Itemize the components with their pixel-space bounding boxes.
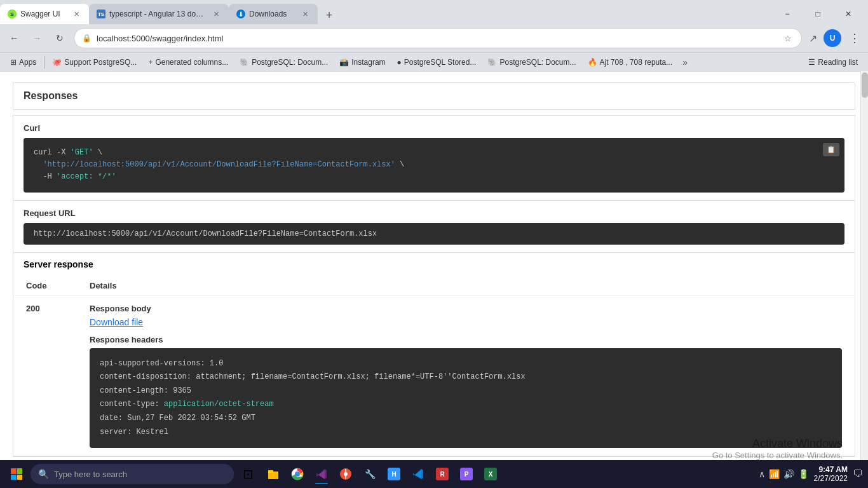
reading-list-icon: ☰ — [808, 58, 815, 67]
response-table-head: Code Details — [13, 276, 855, 296]
taskbar-heidi[interactable]: H — [383, 463, 405, 485]
reading-list-label: Reading list — [818, 58, 858, 67]
notification-icon[interactable]: 🗨 — [853, 468, 863, 480]
downloads-favicon: ⬇ — [236, 10, 245, 18]
typescript-favicon: TS — [97, 10, 105, 18]
header-content-length: content-length: 9365 — [100, 384, 832, 398]
curl-code-line1: curl -X 'GET' \ — [34, 148, 102, 157]
header-date: date: Sun,27 Feb 2022 03:54:52 GMT — [100, 412, 832, 426]
postgresql-stored-icon: ● — [397, 58, 402, 67]
bookmark-star-icon[interactable]: ☆ — [782, 32, 794, 44]
bookmark-generated-columns[interactable]: + Generated columns... — [143, 56, 233, 69]
curl-label: Curl — [24, 123, 844, 133]
win-logo-green — [17, 468, 23, 474]
address-bar: ← → ↻ 🔒 localhost:5000/swagger/index.htm… — [0, 24, 868, 52]
tab-swagger-close[interactable]: ✕ — [71, 9, 81, 19]
scrollbar-thumb[interactable] — [862, 72, 868, 98]
taskbar-excel[interactable]: X — [479, 463, 502, 485]
back-button[interactable]: ← — [5, 29, 23, 47]
taskbar-unknown2[interactable]: R — [431, 463, 454, 485]
close-button[interactable]: ✕ — [834, 4, 863, 24]
server-response-section: Server response Code Details 200 Respons… — [0, 253, 868, 458]
server-response-table: Code Details 200 Response body Download … — [13, 276, 855, 457]
bookmark-postgresql-docum2[interactable]: 🐘 PostgreSQL: Docum... — [482, 56, 581, 69]
server-response-label: Server response — [13, 253, 855, 276]
task-view-button[interactable]: ⊡ — [236, 463, 259, 485]
bookmark-postgresql-stored-label: PostgreSQL Stored... — [404, 58, 477, 67]
svg-text:S: S — [10, 11, 14, 17]
response-headers-label: Response headers — [90, 335, 842, 344]
system-tray: ∧ 📶 🔊 🔋 9:47 AM 2/27/2022 🗨 — [759, 465, 863, 483]
bookmark-instagram[interactable]: 📸 Instagram — [334, 56, 390, 69]
bookmark-apps[interactable]: ⊞ Apps — [5, 56, 41, 69]
svg-rect-3 — [268, 470, 273, 473]
tray-icons: ∧ 📶 🔊 🔋 — [759, 469, 809, 479]
copy-curl-button[interactable]: 📋 — [823, 143, 839, 156]
url-text: localhost:5000/swagger/index.html — [97, 34, 777, 43]
bookmark-postgresql-stored[interactable]: ● PostgreSQL Stored... — [392, 56, 482, 69]
reading-list-button[interactable]: ☰ Reading list — [803, 56, 863, 69]
swagger-page: Responses Curl curl -X 'GET' \ 'http://l… — [0, 72, 868, 460]
clock[interactable]: 9:47 AM 2/27/2022 — [814, 465, 848, 483]
bookmark-postgresql-docum1[interactable]: 🐘 PostgreSQL: Docum... — [234, 56, 333, 69]
response-body-label: Response body — [90, 304, 842, 313]
svg-point-6 — [295, 472, 299, 476]
new-tab-button[interactable]: + — [320, 6, 338, 24]
tab-typescript-label: typescript - Angular 13 downloa... — [109, 10, 207, 18]
taskbar-vscode[interactable] — [407, 463, 430, 485]
bookmark-support-postgresql[interactable]: 🐙 Support PostgreSQ... — [47, 56, 142, 69]
postgresql-docum2-icon: 🐘 — [487, 58, 497, 67]
taskbar-search[interactable]: 🔍 Type here to search — [31, 464, 234, 484]
request-url-label: Request URL — [24, 208, 844, 218]
taskbar-apps: 🔧 H R P X — [262, 463, 502, 485]
bookmark-ajt-label: Ajt 708 , 708 reputa... — [600, 58, 673, 67]
start-button[interactable] — [5, 463, 28, 485]
bookmark-apps-label: Apps — [19, 58, 36, 67]
url-icons: ☆ — [782, 32, 794, 44]
taskbar-visual-studio[interactable] — [310, 463, 333, 485]
header-content-type: content-type: application/octet-stream — [100, 398, 832, 412]
download-file-link[interactable]: Download file — [90, 317, 143, 327]
window-controls: − □ ✕ — [773, 4, 868, 24]
tab-downloads-label: Downloads — [249, 10, 296, 18]
request-url-container: Request URL http://localhost:5000/api/v1… — [13, 201, 855, 253]
tab-swagger[interactable]: S Swagger UI ✕ — [0, 4, 89, 24]
taskbar-unknown1[interactable]: 🔧 — [358, 463, 381, 485]
url-bar[interactable]: 🔒 localhost:5000/swagger/index.html ☆ — [74, 28, 802, 48]
ajt-icon: 🔥 — [588, 58, 597, 67]
tab-typescript[interactable]: TS typescript - Angular 13 downloa... ✕ — [89, 4, 229, 24]
maximize-button[interactable]: □ — [803, 4, 832, 24]
svg-point-8 — [344, 472, 348, 476]
tab-downloads[interactable]: ⬇ Downloads ✕ — [229, 4, 318, 24]
taskbar-unknown3[interactable]: P — [455, 463, 478, 485]
response-headers-block: api-supported-versions: 1.0 content-disp… — [90, 348, 842, 449]
tab-typescript-close[interactable]: ✕ — [211, 9, 221, 19]
minimize-button[interactable]: − — [773, 4, 802, 24]
taskbar-chrome[interactable] — [286, 463, 309, 485]
tray-battery[interactable]: 🔋 — [798, 469, 809, 479]
request-url-value: http://localhost:5000/api/v1/Account/Dow… — [34, 229, 377, 238]
col-details: Details — [77, 276, 855, 296]
taskbar-git[interactable] — [334, 463, 357, 485]
tray-network[interactable]: 📶 — [769, 469, 780, 479]
response-details-200: Response body Download file Response hea… — [77, 295, 855, 456]
refresh-button[interactable]: ↻ — [51, 29, 69, 47]
browser-menu-icon[interactable]: ⋮ — [846, 29, 863, 48]
tray-up-arrow[interactable]: ∧ — [759, 469, 765, 479]
taskbar-file-explorer[interactable] — [262, 463, 285, 485]
bookmark-ajt[interactable]: 🔥 Ajt 708 , 708 reputa... — [583, 56, 678, 69]
col-code: Code — [13, 276, 77, 296]
share-icon[interactable]: ↗ — [807, 32, 818, 44]
bookmarks-more-button[interactable]: » — [680, 56, 690, 69]
tab-downloads-close[interactable]: ✕ — [300, 9, 310, 19]
clock-time: 9:47 AM — [814, 465, 848, 474]
content-type-value: application/octet-stream — [164, 400, 274, 409]
scrollbar-track[interactable] — [860, 71, 868, 460]
request-url-section: Request URL http://localhost:5000/api/v1… — [0, 201, 868, 253]
profile-avatar[interactable]: U — [824, 29, 841, 47]
forward-button[interactable]: → — [28, 29, 46, 47]
tray-volume[interactable]: 🔊 — [783, 469, 794, 479]
bookmark-divider-1 — [44, 56, 44, 69]
responses-header: Responses — [13, 82, 855, 110]
browser-chrome: S Swagger UI ✕ TS typescript - Angular 1… — [0, 0, 868, 71]
